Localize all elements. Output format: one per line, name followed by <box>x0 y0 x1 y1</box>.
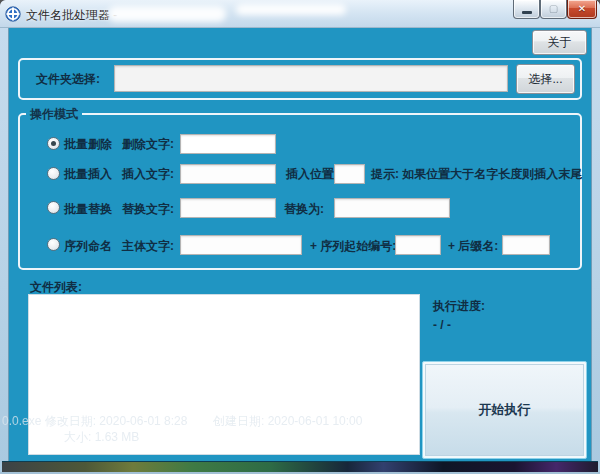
suffix-label: + 后缀名: <box>448 239 498 253</box>
replace-with-label: 替换为: <box>284 202 324 216</box>
replace-with-input[interactable] <box>334 198 450 218</box>
suffix-input[interactable] <box>502 235 550 255</box>
insert-text-input[interactable] <box>180 164 276 184</box>
radio-batch-replace-label: 批量替换 <box>64 202 112 216</box>
sequence-start-input[interactable] <box>395 235 441 255</box>
close-button[interactable]: ✕ <box>567 0 597 19</box>
minimize-button[interactable] <box>513 0 540 19</box>
minimize-icon <box>522 11 532 14</box>
insert-hint-text: 提示: 如果位置大于名字长度则插入末尾 <box>371 167 582 181</box>
close-icon: ✕ <box>578 4 586 14</box>
window-bottom-border <box>2 461 598 472</box>
progress-value: - / - <box>433 318 451 332</box>
app-window: 文件名批处理器 - ▢ ✕ 关于 文件夹选择: 选择... 操作模式 批量删除 … <box>0 0 600 474</box>
operation-mode-title: 操作模式 <box>26 106 82 123</box>
insert-position-label: 插入位置: <box>286 167 338 181</box>
body-text-input[interactable] <box>180 235 302 255</box>
radio-batch-delete[interactable] <box>47 137 60 150</box>
folder-path-input[interactable] <box>114 65 508 92</box>
sequence-start-label: + 序列起始编号: <box>310 239 396 253</box>
window-title: 文件名批处理器 - <box>26 7 117 24</box>
app-icon <box>5 6 21 22</box>
radio-batch-replace[interactable] <box>47 201 60 214</box>
radio-sequence-name[interactable] <box>47 238 60 251</box>
radio-batch-insert[interactable] <box>47 167 60 180</box>
radio-batch-insert-label: 批量插入 <box>64 167 112 181</box>
delete-text-input[interactable] <box>180 134 276 154</box>
blurred-title-text <box>108 6 226 22</box>
replace-text-label: 替换文字: <box>122 202 174 216</box>
radio-batch-delete-label: 批量删除 <box>64 137 112 151</box>
run-button-frame: 开始执行 <box>422 361 587 459</box>
maximize-button[interactable]: ▢ <box>540 0 567 19</box>
insert-position-input[interactable] <box>334 164 365 184</box>
start-execution-button[interactable]: 开始执行 <box>425 364 584 456</box>
file-list-label: 文件列表: <box>30 280 82 294</box>
folder-select-label: 文件夹选择: <box>36 72 100 86</box>
blurred-title-text-2 <box>236 4 346 15</box>
about-button[interactable]: 关于 <box>532 30 587 55</box>
body-text-label: 主体文字: <box>122 239 174 253</box>
replace-text-input[interactable] <box>180 198 276 218</box>
window-controls: ▢ ✕ <box>513 0 597 19</box>
browse-button[interactable]: 选择... <box>516 64 575 94</box>
file-list-box[interactable] <box>28 294 420 455</box>
radio-sequence-name-label: 序列命名 <box>64 239 112 253</box>
titlebar[interactable]: 文件名批处理器 - ▢ ✕ <box>0 0 600 28</box>
delete-text-label: 删除文字: <box>122 137 174 151</box>
maximize-icon: ▢ <box>549 4 558 14</box>
insert-text-label: 插入文字: <box>122 167 174 181</box>
progress-label: 执行进度: <box>433 299 485 313</box>
